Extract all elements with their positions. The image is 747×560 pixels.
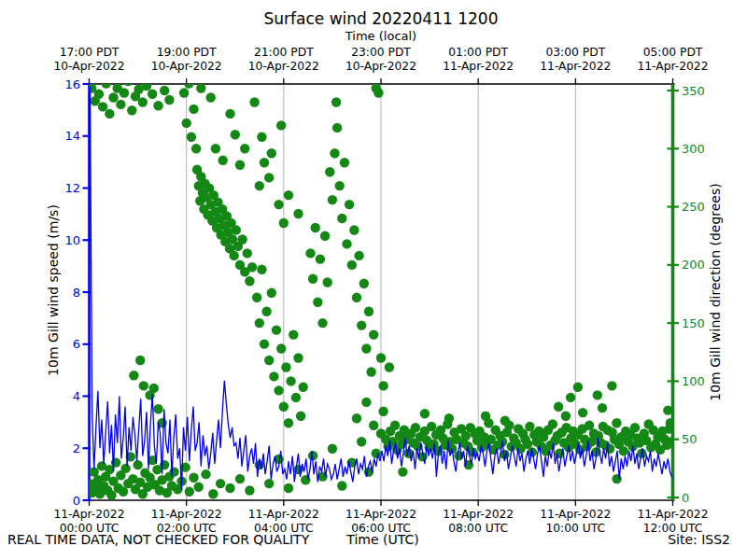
svg-text:10-Apr-2022: 10-Apr-2022 — [53, 60, 124, 73]
svg-text:10: 10 — [64, 233, 80, 247]
speed-tick-labels: 0246810121416 — [64, 77, 91, 508]
svg-text:2: 2 — [73, 441, 80, 455]
svg-text:11-Apr-2022: 11-Apr-2022 — [345, 508, 416, 521]
svg-text:11-Apr-2022: 11-Apr-2022 — [151, 508, 222, 521]
wind-chart: 11-Apr-202200:00 UTC11-Apr-202202:00 UTC… — [0, 0, 747, 560]
svg-text:23:00 PDT: 23:00 PDT — [351, 46, 411, 59]
svg-text:11-Apr-2022: 11-Apr-2022 — [248, 508, 319, 521]
svg-text:03:00 PDT: 03:00 PDT — [545, 46, 605, 59]
svg-text:14: 14 — [64, 129, 80, 143]
svg-text:350: 350 — [682, 84, 705, 98]
svg-text:11-Apr-2022: 11-Apr-2022 — [443, 508, 514, 521]
svg-text:250: 250 — [682, 200, 705, 214]
svg-text:6: 6 — [73, 337, 80, 351]
svg-text:10-Apr-2022: 10-Apr-2022 — [248, 60, 319, 73]
svg-text:150: 150 — [682, 316, 705, 330]
svg-text:11-Apr-2022: 11-Apr-2022 — [637, 60, 708, 73]
site-label: Site: ISS2 — [668, 532, 730, 547]
svg-text:10-Apr-2022: 10-Apr-2022 — [151, 60, 222, 73]
surface-wind-page: { "footer": { "warning": "REAL TIME DATA… — [0, 0, 747, 560]
svg-text:05:00 PDT: 05:00 PDT — [643, 46, 703, 59]
svg-text:11-Apr-2022: 11-Apr-2022 — [540, 60, 611, 73]
svg-text:11-Apr-2022: 11-Apr-2022 — [637, 508, 708, 521]
right-axis-label: 10m Gill wind direction (degrees) — [708, 183, 723, 401]
svg-text:300: 300 — [682, 142, 705, 156]
svg-text:11-Apr-2022: 11-Apr-2022 — [53, 508, 124, 521]
top-axis-label: Time (local) — [89, 29, 673, 43]
chart-title: Surface wind 20220411 1200 — [89, 9, 673, 28]
svg-text:21:00 PDT: 21:00 PDT — [254, 46, 314, 59]
svg-text:8: 8 — [73, 286, 80, 300]
bottom-axis-label: Time (UTC) — [89, 532, 677, 547]
left-axis-label: 10m Gill wind speed (m/s) — [46, 204, 61, 376]
svg-text:19:00 PDT: 19:00 PDT — [157, 46, 217, 59]
svg-text:0: 0 — [682, 491, 689, 505]
svg-text:11-Apr-2022: 11-Apr-2022 — [443, 60, 514, 73]
svg-text:0: 0 — [73, 494, 80, 508]
svg-text:100: 100 — [682, 374, 705, 388]
svg-text:12: 12 — [64, 181, 80, 195]
svg-text:16: 16 — [64, 77, 80, 91]
svg-text:01:00 PDT: 01:00 PDT — [448, 46, 508, 59]
svg-text:4: 4 — [73, 389, 80, 403]
svg-text:17:00 PDT: 17:00 PDT — [60, 46, 120, 59]
svg-text:200: 200 — [682, 258, 705, 272]
svg-text:10-Apr-2022: 10-Apr-2022 — [345, 60, 416, 73]
svg-text:11-Apr-2022: 11-Apr-2022 — [540, 508, 611, 521]
svg-text:50: 50 — [682, 432, 698, 446]
